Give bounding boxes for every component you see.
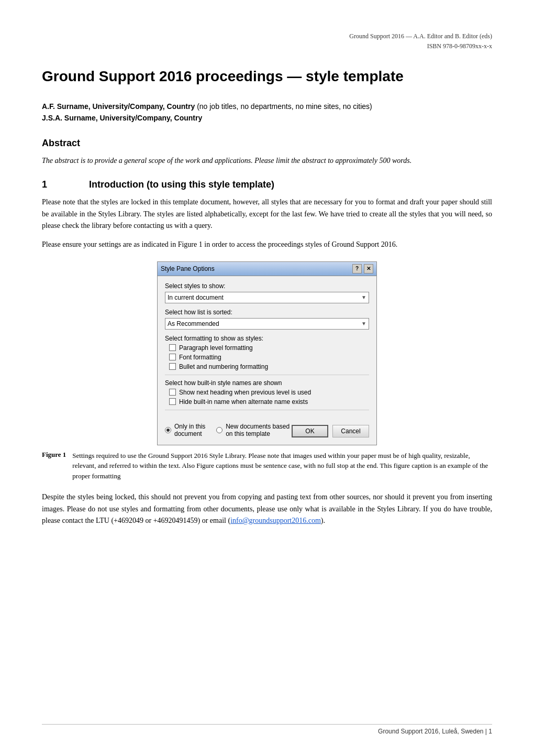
email-link[interactable]: info@groundsupport2016.com xyxy=(230,517,321,524)
builtin-label: Select how built-in style names are show… xyxy=(165,379,369,387)
checkbox-para-label: Paragraph level formatting xyxy=(179,344,253,352)
author-1: A.F. Surname, University/Company, Countr… xyxy=(42,102,492,111)
author-1-bold: A.F. Surname, University/Company, Countr… xyxy=(42,102,195,111)
select-sort-arrow: ▼ xyxy=(361,321,366,326)
document-title: Ground Support 2016 proceedings — style … xyxy=(42,67,492,86)
checkbox-show-next: Show next heading when previous level is… xyxy=(169,389,369,396)
radio-only-this-circle[interactable] xyxy=(165,427,171,433)
checkbox-para: Paragraph level formatting xyxy=(169,344,369,352)
style-pane-dialog: Style Pane Options ? ✕ Select styles to … xyxy=(157,261,377,445)
header-line2: ISBN 978-0-98709xx-x-x xyxy=(42,41,492,51)
author-1-normal: (no job titles, no departments, no mine … xyxy=(195,102,372,111)
radio-new-docs-circle[interactable] xyxy=(216,427,222,433)
select-sort-row: As Recommended ▼ xyxy=(165,318,369,330)
section1-after-para: Despite the styles being locked, this sh… xyxy=(42,491,492,527)
radio-new-docs-label: New documents based on this template xyxy=(226,423,292,437)
abstract-heading: Abstract xyxy=(42,138,492,149)
author-2-bold: J.S.A. Surname, University/Company, Coun… xyxy=(42,114,202,122)
figure1-caption: Figure 1 Settings required to use the Gr… xyxy=(42,451,492,481)
dialog-titlebar: Style Pane Options ? ✕ xyxy=(158,262,376,276)
select-sort-dropdown[interactable]: As Recommended ▼ xyxy=(165,318,369,330)
cancel-button[interactable]: Cancel xyxy=(332,425,369,437)
page-footer: Ground Support 2016, Luleå, Sweden | 1 xyxy=(42,724,492,735)
dialog-action-buttons: OK Cancel xyxy=(292,425,369,437)
checkbox-bullet-box[interactable] xyxy=(169,363,176,370)
section1-para2: Please ensure your settings are as indic… xyxy=(42,239,492,250)
select-styles-arrow: ▼ xyxy=(361,294,366,300)
section1-heading: 1 Introduction (to using this style temp… xyxy=(42,179,492,190)
radio-new-docs: New documents based on this template xyxy=(216,423,292,437)
figure1-caption-text: Settings required to use the Ground Supp… xyxy=(72,451,492,481)
checkbox-hide-builtin: Hide built-in name when alternate name e… xyxy=(169,398,369,406)
checkbox-bullet-label: Bullet and numbering formatting xyxy=(179,363,268,370)
checkbox-show-next-label: Show next heading when previous level is… xyxy=(179,389,311,396)
dialog-divider2 xyxy=(165,410,369,410)
checkbox-font-label: Font formatting xyxy=(179,354,221,361)
select-sort-label: Select how list is sorted: xyxy=(165,309,369,316)
abstract-text: The abstract is to provide a general sco… xyxy=(42,155,492,167)
select-sort-value: As Recommended xyxy=(168,320,219,327)
checkbox-hide-builtin-box[interactable] xyxy=(169,398,176,405)
select-styles-label: Select styles to show: xyxy=(165,282,369,290)
dialog-title: Style Pane Options xyxy=(161,265,215,272)
dialog-body: Select styles to show: In current docume… xyxy=(158,276,376,420)
select-formatting-label: Select formatting to show as styles: xyxy=(165,335,369,342)
figure1-label: Figure 1 xyxy=(42,451,66,481)
footer-right: Ground Support 2016, Luleå, Sweden | 1 xyxy=(378,728,492,735)
section1-number: 1 xyxy=(42,179,68,190)
checkbox-hide-builtin-label: Hide built-in name when alternate name e… xyxy=(179,398,308,406)
checkbox-bullet: Bullet and numbering formatting xyxy=(169,363,369,370)
dialog-controls: ? ✕ xyxy=(352,264,373,273)
header-meta: Ground Support 2016 — A.A. Editor and B.… xyxy=(42,31,492,51)
radio-group: Only in this document New documents base… xyxy=(165,423,292,440)
checkbox-font: Font formatting xyxy=(169,354,369,361)
select-styles-row: In current document ▼ xyxy=(165,292,369,303)
dialog-footer: Only in this document New documents base… xyxy=(158,420,376,445)
checkbox-para-box[interactable] xyxy=(169,344,176,351)
section1-para1: Please note that the styles are locked i… xyxy=(42,196,492,232)
select-styles-value: In current document xyxy=(168,294,224,301)
checkbox-show-next-box[interactable] xyxy=(169,389,176,396)
dialog-divider1 xyxy=(165,375,369,375)
ok-button[interactable]: OK xyxy=(292,425,328,437)
authors-section: A.F. Surname, University/Company, Countr… xyxy=(42,102,492,122)
checkbox-font-box[interactable] xyxy=(169,354,176,360)
dialog-close-btn[interactable]: ✕ xyxy=(364,264,373,273)
select-styles-dropdown[interactable]: In current document ▼ xyxy=(165,292,369,303)
figure1-container: Style Pane Options ? ✕ Select styles to … xyxy=(42,261,492,481)
section1-title: Introduction (to using this style templa… xyxy=(89,179,274,190)
radio-only-this-label: Only in this document xyxy=(174,423,209,437)
header-line1: Ground Support 2016 — A.A. Editor and B.… xyxy=(42,31,492,41)
dialog-help-btn[interactable]: ? xyxy=(352,264,362,273)
author-2: J.S.A. Surname, University/Company, Coun… xyxy=(42,114,492,122)
radio-only-this: Only in this document xyxy=(165,423,209,437)
